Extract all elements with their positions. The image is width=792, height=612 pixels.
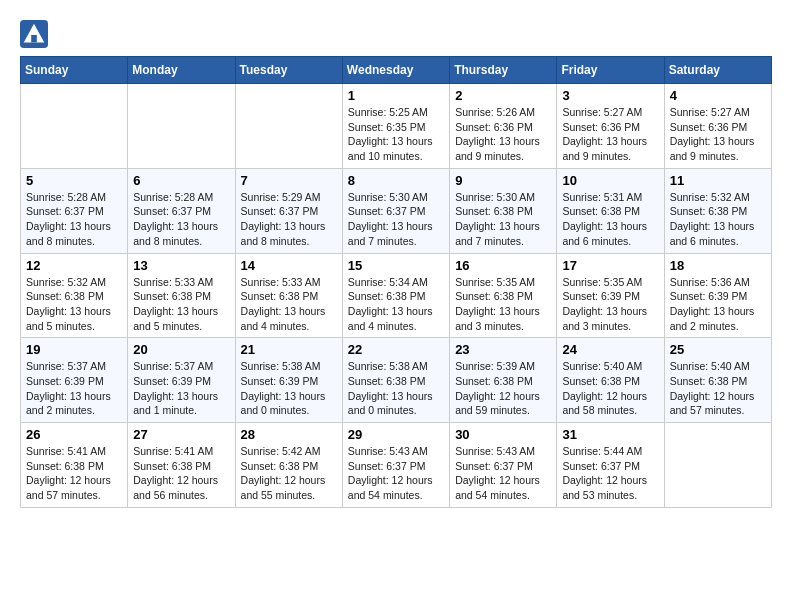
- calendar-cell: 28Sunrise: 5:42 AM Sunset: 6:38 PM Dayli…: [235, 423, 342, 508]
- day-number: 1: [348, 88, 444, 103]
- logo: [20, 20, 50, 48]
- calendar-cell: 29Sunrise: 5:43 AM Sunset: 6:37 PM Dayli…: [342, 423, 449, 508]
- day-info: Sunrise: 5:44 AM Sunset: 6:37 PM Dayligh…: [562, 444, 658, 503]
- header-friday: Friday: [557, 57, 664, 84]
- calendar-cell: 9Sunrise: 5:30 AM Sunset: 6:38 PM Daylig…: [450, 168, 557, 253]
- calendar-cell: 17Sunrise: 5:35 AM Sunset: 6:39 PM Dayli…: [557, 253, 664, 338]
- calendar-cell: [235, 84, 342, 169]
- calendar-cell: 18Sunrise: 5:36 AM Sunset: 6:39 PM Dayli…: [664, 253, 771, 338]
- header-tuesday: Tuesday: [235, 57, 342, 84]
- day-info: Sunrise: 5:29 AM Sunset: 6:37 PM Dayligh…: [241, 190, 337, 249]
- day-number: 11: [670, 173, 766, 188]
- day-info: Sunrise: 5:36 AM Sunset: 6:39 PM Dayligh…: [670, 275, 766, 334]
- day-number: 29: [348, 427, 444, 442]
- calendar-cell: 22Sunrise: 5:38 AM Sunset: 6:38 PM Dayli…: [342, 338, 449, 423]
- day-info: Sunrise: 5:32 AM Sunset: 6:38 PM Dayligh…: [670, 190, 766, 249]
- day-info: Sunrise: 5:31 AM Sunset: 6:38 PM Dayligh…: [562, 190, 658, 249]
- day-number: 31: [562, 427, 658, 442]
- calendar-week-row: 26Sunrise: 5:41 AM Sunset: 6:38 PM Dayli…: [21, 423, 772, 508]
- day-number: 15: [348, 258, 444, 273]
- day-number: 4: [670, 88, 766, 103]
- day-info: Sunrise: 5:28 AM Sunset: 6:37 PM Dayligh…: [133, 190, 229, 249]
- day-number: 10: [562, 173, 658, 188]
- header-sunday: Sunday: [21, 57, 128, 84]
- day-info: Sunrise: 5:41 AM Sunset: 6:38 PM Dayligh…: [26, 444, 122, 503]
- calendar-cell: 15Sunrise: 5:34 AM Sunset: 6:38 PM Dayli…: [342, 253, 449, 338]
- day-number: 30: [455, 427, 551, 442]
- day-info: Sunrise: 5:25 AM Sunset: 6:35 PM Dayligh…: [348, 105, 444, 164]
- calendar-cell: 12Sunrise: 5:32 AM Sunset: 6:38 PM Dayli…: [21, 253, 128, 338]
- calendar-cell: 16Sunrise: 5:35 AM Sunset: 6:38 PM Dayli…: [450, 253, 557, 338]
- calendar-cell: 6Sunrise: 5:28 AM Sunset: 6:37 PM Daylig…: [128, 168, 235, 253]
- day-info: Sunrise: 5:37 AM Sunset: 6:39 PM Dayligh…: [133, 359, 229, 418]
- calendar-cell: 8Sunrise: 5:30 AM Sunset: 6:37 PM Daylig…: [342, 168, 449, 253]
- logo-icon: [20, 20, 48, 48]
- day-number: 24: [562, 342, 658, 357]
- calendar-page: Sunday Monday Tuesday Wednesday Thursday…: [0, 0, 792, 518]
- calendar-cell: 1Sunrise: 5:25 AM Sunset: 6:35 PM Daylig…: [342, 84, 449, 169]
- day-info: Sunrise: 5:28 AM Sunset: 6:37 PM Dayligh…: [26, 190, 122, 249]
- day-info: Sunrise: 5:40 AM Sunset: 6:38 PM Dayligh…: [670, 359, 766, 418]
- calendar-cell: 14Sunrise: 5:33 AM Sunset: 6:38 PM Dayli…: [235, 253, 342, 338]
- calendar-cell: 10Sunrise: 5:31 AM Sunset: 6:38 PM Dayli…: [557, 168, 664, 253]
- calendar-body: 1Sunrise: 5:25 AM Sunset: 6:35 PM Daylig…: [21, 84, 772, 508]
- day-info: Sunrise: 5:34 AM Sunset: 6:38 PM Dayligh…: [348, 275, 444, 334]
- calendar-cell: [128, 84, 235, 169]
- calendar-cell: [21, 84, 128, 169]
- day-info: Sunrise: 5:37 AM Sunset: 6:39 PM Dayligh…: [26, 359, 122, 418]
- day-info: Sunrise: 5:38 AM Sunset: 6:38 PM Dayligh…: [348, 359, 444, 418]
- day-info: Sunrise: 5:41 AM Sunset: 6:38 PM Dayligh…: [133, 444, 229, 503]
- day-number: 16: [455, 258, 551, 273]
- day-number: 7: [241, 173, 337, 188]
- day-number: 8: [348, 173, 444, 188]
- calendar-cell: 7Sunrise: 5:29 AM Sunset: 6:37 PM Daylig…: [235, 168, 342, 253]
- calendar-cell: 11Sunrise: 5:32 AM Sunset: 6:38 PM Dayli…: [664, 168, 771, 253]
- svg-rect-2: [31, 35, 37, 42]
- day-number: 5: [26, 173, 122, 188]
- calendar-cell: 25Sunrise: 5:40 AM Sunset: 6:38 PM Dayli…: [664, 338, 771, 423]
- day-info: Sunrise: 5:33 AM Sunset: 6:38 PM Dayligh…: [133, 275, 229, 334]
- day-info: Sunrise: 5:27 AM Sunset: 6:36 PM Dayligh…: [670, 105, 766, 164]
- calendar-week-row: 19Sunrise: 5:37 AM Sunset: 6:39 PM Dayli…: [21, 338, 772, 423]
- day-number: 6: [133, 173, 229, 188]
- day-number: 12: [26, 258, 122, 273]
- header-wednesday: Wednesday: [342, 57, 449, 84]
- calendar-cell: 19Sunrise: 5:37 AM Sunset: 6:39 PM Dayli…: [21, 338, 128, 423]
- calendar-cell: 30Sunrise: 5:43 AM Sunset: 6:37 PM Dayli…: [450, 423, 557, 508]
- day-info: Sunrise: 5:43 AM Sunset: 6:37 PM Dayligh…: [455, 444, 551, 503]
- calendar-cell: 23Sunrise: 5:39 AM Sunset: 6:38 PM Dayli…: [450, 338, 557, 423]
- header-row: Sunday Monday Tuesday Wednesday Thursday…: [21, 57, 772, 84]
- day-number: 14: [241, 258, 337, 273]
- calendar-week-row: 5Sunrise: 5:28 AM Sunset: 6:37 PM Daylig…: [21, 168, 772, 253]
- day-number: 2: [455, 88, 551, 103]
- calendar-cell: 24Sunrise: 5:40 AM Sunset: 6:38 PM Dayli…: [557, 338, 664, 423]
- day-number: 13: [133, 258, 229, 273]
- day-info: Sunrise: 5:30 AM Sunset: 6:38 PM Dayligh…: [455, 190, 551, 249]
- day-number: 18: [670, 258, 766, 273]
- day-info: Sunrise: 5:38 AM Sunset: 6:39 PM Dayligh…: [241, 359, 337, 418]
- calendar-cell: 21Sunrise: 5:38 AM Sunset: 6:39 PM Dayli…: [235, 338, 342, 423]
- header-monday: Monday: [128, 57, 235, 84]
- day-number: 17: [562, 258, 658, 273]
- calendar-cell: 4Sunrise: 5:27 AM Sunset: 6:36 PM Daylig…: [664, 84, 771, 169]
- day-number: 21: [241, 342, 337, 357]
- calendar-cell: 20Sunrise: 5:37 AM Sunset: 6:39 PM Dayli…: [128, 338, 235, 423]
- day-number: 25: [670, 342, 766, 357]
- calendar-cell: 2Sunrise: 5:26 AM Sunset: 6:36 PM Daylig…: [450, 84, 557, 169]
- day-info: Sunrise: 5:39 AM Sunset: 6:38 PM Dayligh…: [455, 359, 551, 418]
- calendar-cell: 26Sunrise: 5:41 AM Sunset: 6:38 PM Dayli…: [21, 423, 128, 508]
- day-info: Sunrise: 5:27 AM Sunset: 6:36 PM Dayligh…: [562, 105, 658, 164]
- day-info: Sunrise: 5:35 AM Sunset: 6:39 PM Dayligh…: [562, 275, 658, 334]
- calendar-week-row: 12Sunrise: 5:32 AM Sunset: 6:38 PM Dayli…: [21, 253, 772, 338]
- calendar-cell: 3Sunrise: 5:27 AM Sunset: 6:36 PM Daylig…: [557, 84, 664, 169]
- header-saturday: Saturday: [664, 57, 771, 84]
- day-info: Sunrise: 5:32 AM Sunset: 6:38 PM Dayligh…: [26, 275, 122, 334]
- calendar-cell: 13Sunrise: 5:33 AM Sunset: 6:38 PM Dayli…: [128, 253, 235, 338]
- day-number: 20: [133, 342, 229, 357]
- calendar-cell: 27Sunrise: 5:41 AM Sunset: 6:38 PM Dayli…: [128, 423, 235, 508]
- day-number: 26: [26, 427, 122, 442]
- day-info: Sunrise: 5:26 AM Sunset: 6:36 PM Dayligh…: [455, 105, 551, 164]
- day-info: Sunrise: 5:30 AM Sunset: 6:37 PM Dayligh…: [348, 190, 444, 249]
- day-number: 19: [26, 342, 122, 357]
- day-info: Sunrise: 5:43 AM Sunset: 6:37 PM Dayligh…: [348, 444, 444, 503]
